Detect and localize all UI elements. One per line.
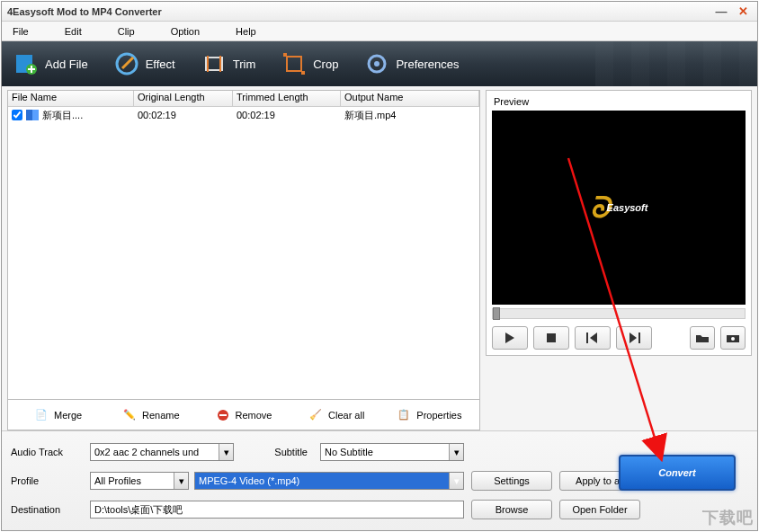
chevron-down-icon: ▾ (449, 473, 463, 489)
preview-video[interactable]: ᘐEasysoft (492, 111, 746, 305)
open-folder-button[interactable]: Open Folder (559, 500, 640, 519)
table-row[interactable]: 新项目.... 00:02:19 00:02:19 新项目.mp4 (8, 107, 479, 123)
add-file-button[interactable]: Add File (14, 52, 88, 75)
settings-button[interactable]: Settings (471, 471, 552, 491)
destination-label: Destination (11, 504, 83, 515)
destination-input[interactable]: D:\tools\桌面\下载吧 (90, 501, 464, 519)
clear-all-button[interactable]: 🧹Clear all (292, 403, 381, 427)
col-output-name[interactable]: Output Name (341, 91, 479, 106)
properties-button[interactable]: 📋Properties (385, 403, 474, 427)
menu-edit[interactable]: Edit (59, 24, 87, 39)
audio-track-combo[interactable]: 0x2 aac 2 channels und▾ (90, 443, 234, 461)
effect-icon (115, 52, 138, 75)
col-filename[interactable]: File Name (8, 91, 134, 106)
preview-label: Preview (494, 96, 746, 107)
profile-combo[interactable]: MPEG-4 Video (*.mp4)▾ (194, 472, 464, 490)
col-trimmed-length[interactable]: Trimmed Length (233, 91, 341, 106)
file-list: File Name Original Length Trimmed Length… (7, 90, 480, 400)
snapshot-button[interactable] (720, 326, 746, 350)
properties-icon: 📋 (397, 408, 411, 422)
chevron-down-icon: ▾ (174, 473, 188, 489)
remove-icon (216, 408, 230, 422)
row-trimmed-length: 00:02:19 (233, 109, 341, 121)
subtitle-label: Subtitle (241, 447, 313, 457)
menu-file[interactable]: File (7, 24, 34, 39)
crop-button[interactable]: Crop (282, 52, 338, 75)
remove-button[interactable]: Remove (199, 403, 288, 427)
snapshot-folder-button[interactable] (690, 326, 715, 350)
menu-clip[interactable]: Clip (112, 24, 140, 39)
preview-brand-logo: ᘐEasysoft (590, 191, 648, 225)
svg-rect-6 (301, 71, 305, 75)
prev-button[interactable] (575, 326, 611, 350)
svg-rect-5 (283, 53, 287, 57)
window-title: 4Easysoft Mod to MP4 Converter (7, 6, 709, 17)
row-filename: 新项目.... (42, 109, 83, 122)
svg-point-15 (731, 337, 735, 341)
stop-button[interactable] (533, 326, 569, 350)
toolbar: Add File Effect Trim Crop Preferences (2, 41, 757, 86)
menu-help[interactable]: Help (230, 24, 262, 39)
toolbar-decoration (595, 41, 757, 86)
svg-point-8 (374, 61, 380, 66)
file-list-header: File Name Original Length Trimmed Length… (8, 91, 479, 107)
minimize-button[interactable]: — (712, 4, 730, 19)
seek-thumb[interactable] (493, 307, 500, 320)
rename-button[interactable]: ✏️Rename (106, 403, 195, 427)
crop-label: Crop (313, 58, 338, 71)
row-original-length: 00:02:19 (134, 109, 233, 121)
trim-label: Trim (233, 58, 256, 71)
preferences-button[interactable]: Preferences (365, 52, 459, 75)
svg-rect-12 (586, 332, 588, 343)
svg-rect-4 (287, 57, 301, 71)
add-file-icon (14, 52, 38, 75)
close-button[interactable]: ✕ (734, 4, 752, 19)
settings-panel: Audio Track 0x2 aac 2 channels und▾ Subt… (2, 430, 757, 530)
effect-label: Effect (146, 58, 175, 71)
rename-icon: ✏️ (122, 408, 137, 422)
convert-button[interactable]: Convert (619, 455, 736, 491)
subtitle-combo[interactable]: No Subtitle▾ (320, 443, 464, 461)
play-button[interactable] (492, 326, 528, 350)
chevron-down-icon: ▾ (219, 444, 233, 460)
crop-icon (282, 52, 306, 75)
trim-button[interactable]: Trim (202, 52, 256, 75)
next-button[interactable] (616, 326, 652, 350)
row-output-name: 新项目.mp4 (341, 108, 479, 123)
merge-button[interactable]: 📄Merge (13, 403, 103, 427)
row-checkbox[interactable] (12, 110, 22, 120)
menubar: File Edit Clip Option Help (2, 22, 757, 41)
trim-icon (202, 52, 226, 75)
profile-filter-combo[interactable]: All Profiles▾ (90, 472, 189, 490)
effect-button[interactable]: Effect (115, 52, 175, 75)
action-row: 📄Merge ✏️Rename Remove 🧹Clear all 📋Prope… (7, 400, 480, 430)
menu-option[interactable]: Option (165, 24, 205, 39)
preferences-label: Preferences (396, 58, 459, 71)
profile-label: Profile (11, 475, 83, 486)
svg-rect-11 (547, 333, 556, 342)
audio-track-label: Audio Track (11, 447, 83, 457)
browse-button[interactable]: Browse (471, 500, 552, 519)
svg-rect-13 (638, 332, 640, 343)
broom-icon: 🧹 (308, 408, 323, 422)
svg-rect-10 (219, 414, 227, 416)
seek-bar[interactable] (492, 308, 746, 319)
video-icon (26, 110, 39, 120)
merge-icon: 📄 (34, 408, 49, 422)
titlebar: 4Easysoft Mod to MP4 Converter — ✕ (2, 2, 757, 22)
chevron-down-icon: ▾ (449, 444, 463, 460)
preview-panel: Preview ᘐEasysoft (486, 90, 752, 356)
gear-icon (365, 52, 388, 75)
col-original-length[interactable]: Original Length (134, 91, 233, 106)
add-file-label: Add File (45, 58, 88, 71)
